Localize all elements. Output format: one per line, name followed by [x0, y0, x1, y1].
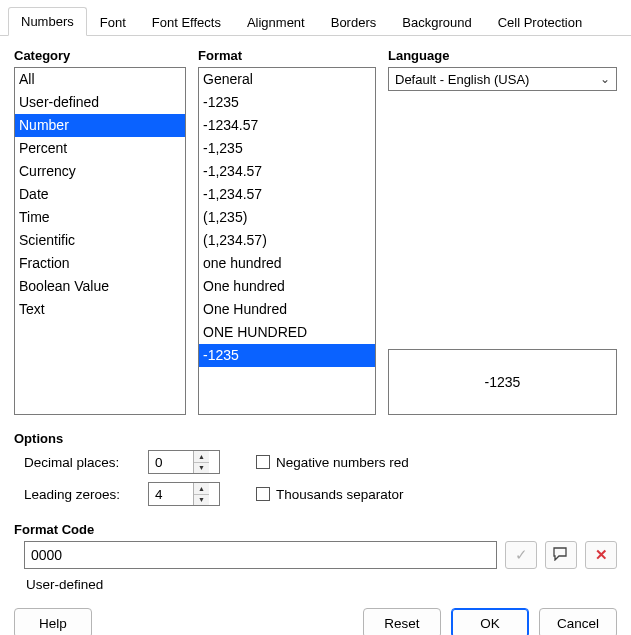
language-column: Language Default - English (USA) ⌄ -1235 [388, 46, 617, 415]
tab-font-effects[interactable]: Font Effects [139, 8, 234, 36]
format-item[interactable]: One Hundred [199, 298, 375, 321]
tab-cell-protection[interactable]: Cell Protection [485, 8, 596, 36]
negative-red-checkbox-row[interactable]: Negative numbers red [256, 455, 450, 470]
leading-zeroes-label: Leading zeroes: [24, 487, 144, 502]
spinner-down-icon[interactable]: ▼ [194, 463, 209, 474]
close-icon: ✕ [595, 546, 608, 564]
thousands-sep-label: Thousands separator [276, 487, 404, 502]
format-item[interactable]: (1,235) [199, 206, 375, 229]
cancel-button[interactable]: Cancel [539, 608, 617, 635]
category-item-fraction[interactable]: Fraction [15, 252, 185, 275]
format-item[interactable]: -1,234.57 [199, 183, 375, 206]
edit-comment-button[interactable] [545, 541, 577, 569]
tab-numbers[interactable]: Numbers [8, 7, 87, 36]
tab-font[interactable]: Font [87, 8, 139, 36]
tab-borders[interactable]: Borders [318, 8, 390, 36]
category-item-percent[interactable]: Percent [15, 137, 185, 160]
format-preview: -1235 [388, 349, 617, 415]
chevron-down-icon: ⌄ [598, 72, 612, 86]
decimal-places-spinner[interactable]: ▲ ▼ [148, 450, 220, 474]
thousands-sep-checkbox[interactable] [256, 487, 270, 501]
leading-zeroes-input[interactable] [149, 483, 193, 505]
format-code-input[interactable] [24, 541, 497, 569]
leading-zeroes-spinner[interactable]: ▲ ▼ [148, 482, 220, 506]
accept-format-button[interactable]: ✓ [505, 541, 537, 569]
format-item[interactable]: -1,234.57 [199, 160, 375, 183]
language-title: Language [388, 48, 617, 63]
check-icon: ✓ [515, 546, 528, 564]
options-section: Options Decimal places: ▲ ▼ Negative num… [14, 429, 617, 506]
format-code-title: Format Code [14, 522, 617, 537]
format-item[interactable]: -1,235 [199, 137, 375, 160]
decimal-places-input[interactable] [149, 451, 193, 473]
language-value: Default - English (USA) [395, 72, 529, 87]
help-button[interactable]: Help [14, 608, 92, 635]
category-listbox[interactable]: All User-defined Number Percent Currency… [14, 67, 186, 415]
category-item-all[interactable]: All [15, 68, 185, 91]
spinner-buttons: ▲ ▼ [193, 483, 209, 505]
tab-body: Category All User-defined Number Percent… [0, 36, 631, 596]
negative-red-label: Negative numbers red [276, 455, 409, 470]
format-listbox[interactable]: General -1235 -1234.57 -1,235 -1,234.57 … [198, 67, 376, 415]
tab-alignment[interactable]: Alignment [234, 8, 318, 36]
category-item-scientific[interactable]: Scientific [15, 229, 185, 252]
spinner-up-icon[interactable]: ▲ [194, 451, 209, 463]
decimal-places-label: Decimal places: [24, 455, 144, 470]
format-item[interactable]: -1234.57 [199, 114, 375, 137]
comment-icon [553, 547, 569, 564]
format-item[interactable]: -1235 [199, 91, 375, 114]
format-item[interactable]: General [199, 68, 375, 91]
tab-bar: Numbers Font Font Effects Alignment Bord… [0, 0, 631, 36]
reset-button[interactable]: Reset [363, 608, 441, 635]
format-title: Format [198, 48, 376, 63]
format-item[interactable]: ONE HUNDRED [199, 321, 375, 344]
cell-format-dialog: Numbers Font Font Effects Alignment Bord… [0, 0, 631, 635]
delete-format-button[interactable]: ✕ [585, 541, 617, 569]
format-code-row: ✓ ✕ [24, 541, 617, 569]
category-item-user-defined[interactable]: User-defined [15, 91, 185, 114]
format-column: Format General -1235 -1234.57 -1,235 -1,… [198, 46, 376, 415]
category-item-text[interactable]: Text [15, 298, 185, 321]
thousands-sep-checkbox-row[interactable]: Thousands separator [256, 487, 450, 502]
category-title: Category [14, 48, 186, 63]
spinner-up-icon[interactable]: ▲ [194, 483, 209, 495]
category-column: Category All User-defined Number Percent… [14, 46, 186, 415]
format-item-selected[interactable]: -1235 [199, 344, 375, 367]
ok-button[interactable]: OK [451, 608, 529, 635]
format-item[interactable]: one hundred [199, 252, 375, 275]
dialog-buttons: Help Reset OK Cancel [0, 596, 631, 635]
format-code-status: User-defined [26, 577, 617, 592]
spinner-buttons: ▲ ▼ [193, 451, 209, 473]
category-item-date[interactable]: Date [15, 183, 185, 206]
negative-red-checkbox[interactable] [256, 455, 270, 469]
format-item[interactable]: One hundred [199, 275, 375, 298]
tab-background[interactable]: Background [389, 8, 484, 36]
format-code-section: Format Code ✓ ✕ User-defined [14, 520, 617, 592]
spinner-down-icon[interactable]: ▼ [194, 495, 209, 506]
category-item-boolean[interactable]: Boolean Value [15, 275, 185, 298]
format-item[interactable]: (1,234.57) [199, 229, 375, 252]
category-item-time[interactable]: Time [15, 206, 185, 229]
category-item-currency[interactable]: Currency [15, 160, 185, 183]
category-item-number[interactable]: Number [15, 114, 185, 137]
top-columns: Category All User-defined Number Percent… [14, 46, 617, 415]
language-select[interactable]: Default - English (USA) ⌄ [388, 67, 617, 91]
options-title: Options [14, 431, 617, 446]
options-grid: Decimal places: ▲ ▼ Negative numbers red… [24, 450, 617, 506]
preview-value: -1235 [485, 374, 521, 390]
